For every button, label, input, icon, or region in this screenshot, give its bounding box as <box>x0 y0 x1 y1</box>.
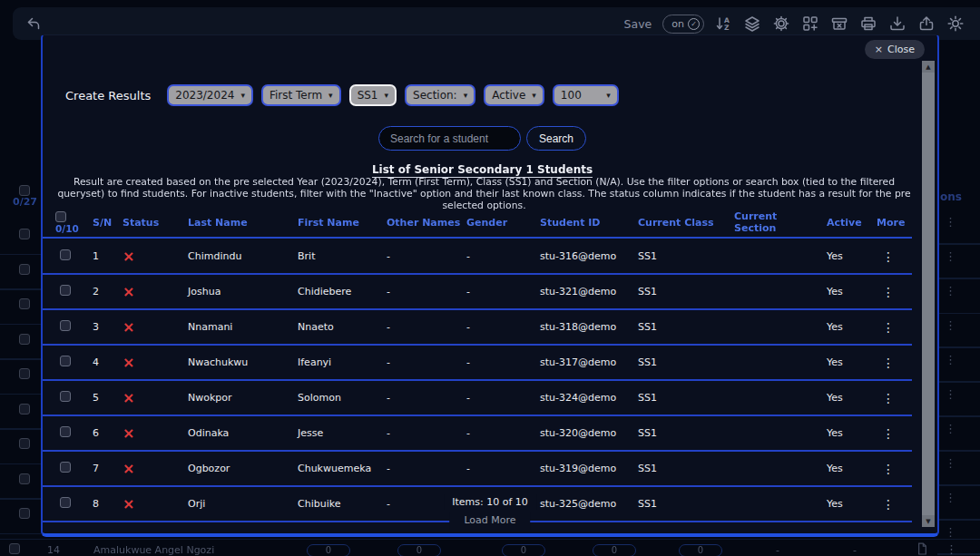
more-menu-button[interactable]: ⋮ <box>877 285 895 299</box>
row-checkbox[interactable] <box>19 264 30 275</box>
more-menu-button[interactable]: ⋮ <box>945 353 956 366</box>
row-sn: 5 <box>88 392 118 404</box>
col-header-more: More <box>872 217 912 229</box>
chevron-down-icon: ▾ <box>328 91 333 100</box>
back-button[interactable] <box>22 14 45 34</box>
document-icon[interactable] <box>915 541 930 556</box>
download-button[interactable] <box>887 14 907 34</box>
row-checkbox[interactable] <box>19 473 30 484</box>
save-toggle[interactable]: on ✓ <box>662 15 704 34</box>
more-menu-button[interactable]: ⋮ <box>945 422 956 435</box>
row-checkbox[interactable] <box>19 298 30 309</box>
sun-icon <box>946 15 965 33</box>
col-header-other-names: Other Names <box>382 217 462 229</box>
more-menu-button[interactable]: ⋮ <box>945 215 956 229</box>
row-checkbox[interactable] <box>60 320 71 331</box>
row-checkbox[interactable] <box>60 356 71 366</box>
year-select-value: 2023/2024 <box>175 89 234 102</box>
row-sn: 6 <box>88 427 118 439</box>
close-button[interactable]: × Close <box>865 40 925 59</box>
row-checkbox[interactable] <box>19 438 30 449</box>
layers-button[interactable] <box>742 14 762 34</box>
background-select-count: 0/27 <box>13 196 37 208</box>
scroll-down-button[interactable]: ▼ <box>922 515 935 527</box>
select-all-checkbox[interactable] <box>55 211 66 222</box>
export-button[interactable] <box>916 14 936 34</box>
row-checkbox[interactable] <box>60 391 71 402</box>
more-menu-button[interactable]: ⋮ <box>945 525 956 539</box>
section-select[interactable]: Section: ▾ <box>405 84 475 106</box>
row-last-name: Nwachukwu <box>183 356 293 368</box>
print-button[interactable] <box>858 14 878 34</box>
row-checkbox[interactable] <box>60 462 71 473</box>
score-input[interactable]: 0 <box>679 544 722 556</box>
more-menu-button[interactable]: ⋮ <box>945 249 956 263</box>
row-current-class: SS1 <box>633 250 730 262</box>
settings-button[interactable] <box>771 14 791 34</box>
row-student-id: stu-317@demo <box>535 356 633 368</box>
year-select[interactable]: 2023/2024 ▾ <box>167 84 253 106</box>
class-select[interactable]: SS1 ▾ <box>349 84 397 106</box>
row-student-id: stu-321@demo <box>535 286 633 298</box>
search-input[interactable] <box>378 126 521 151</box>
active-select[interactable]: Active ▾ <box>484 84 544 106</box>
term-select-value: First Term <box>270 89 322 102</box>
row-checkbox[interactable] <box>19 508 30 519</box>
scroll-up-button[interactable]: ▲ <box>922 61 935 73</box>
more-menu-button[interactable]: ⋮ <box>877 356 895 370</box>
load-more-button[interactable]: Load More <box>449 512 530 530</box>
row-checkbox[interactable] <box>60 249 71 260</box>
apps-add-button[interactable] <box>800 14 820 34</box>
row-checkbox[interactable] <box>19 404 30 415</box>
scrollbar-thumb[interactable] <box>922 73 935 515</box>
chevron-down-icon: ▾ <box>532 91 536 100</box>
sort-az-button[interactable]: AZ <box>713 14 733 34</box>
more-menu-button[interactable]: ⋮ <box>945 387 956 401</box>
check-circle-icon: ✓ <box>688 18 700 30</box>
row-checkbox[interactable] <box>19 368 30 379</box>
term-select[interactable]: First Term ▾ <box>261 84 341 106</box>
row-checkbox[interactable] <box>60 497 71 508</box>
score-input[interactable]: 0 <box>397 544 441 556</box>
more-menu-button[interactable]: ⋮ <box>877 426 895 441</box>
modal-scrollbar[interactable]: ▲ ▼ <box>922 61 935 527</box>
score-input[interactable]: 0 <box>502 544 545 556</box>
row-checkbox[interactable] <box>60 426 71 437</box>
row-checkbox[interactable] <box>9 543 20 554</box>
list-footer: Items: 10 of 10 Load More <box>444 492 536 530</box>
row-gender: - <box>462 392 535 404</box>
close-label: Close <box>887 44 915 55</box>
more-menu-button[interactable]: ⋮ <box>877 462 895 476</box>
more-menu-button[interactable]: ⋮ <box>877 391 895 405</box>
student-name: Amalukwue Angel Ngozi <box>93 544 214 556</box>
status-x-icon: × <box>122 533 134 534</box>
row-student-id: stu-319@demo <box>535 463 633 474</box>
more-menu-button[interactable]: ⋮ <box>946 542 957 556</box>
page-size-select[interactable]: 100 ▾ <box>553 84 619 106</box>
more-menu-button[interactable]: ⋮ <box>945 318 956 332</box>
more-menu-button[interactable]: ⋮ <box>945 456 956 470</box>
table-row: 7 × Ogbozor Chukwuemeka - - stu-319@demo… <box>43 452 912 487</box>
background-actions-header-fragment: ons <box>940 190 962 203</box>
score-input[interactable]: 0 <box>307 544 350 556</box>
more-menu-button[interactable]: ⋮ <box>877 497 895 512</box>
toggle-state-label: on <box>671 18 684 30</box>
more-menu-button[interactable]: ⋮ <box>877 320 895 335</box>
theme-button[interactable] <box>946 14 965 34</box>
search-button[interactable]: Search <box>526 126 586 151</box>
filter-bar: Create Results 2023/2024 ▾ First Term ▾ … <box>65 84 619 106</box>
row-checkbox[interactable] <box>60 285 71 296</box>
row-checkbox[interactable] <box>19 334 30 345</box>
more-menu-button[interactable]: ⋮ <box>877 249 895 264</box>
score-input[interactable]: 0 <box>593 544 636 556</box>
row-checkbox[interactable] <box>19 229 30 239</box>
status-x-icon: × <box>122 320 134 335</box>
row-last-name: Odinaka <box>183 427 293 439</box>
more-menu-button[interactable]: ⋮ <box>945 491 956 504</box>
close-icon: × <box>875 44 883 55</box>
row-sn: 8 <box>88 498 118 510</box>
background-select-all-checkbox[interactable] <box>19 185 30 196</box>
archive-remove-button[interactable] <box>829 14 849 34</box>
more-menu-button[interactable]: ⋮ <box>945 284 956 298</box>
table-row: 2 × Joshua Chidiebere - - stu-321@demo S… <box>43 275 912 310</box>
